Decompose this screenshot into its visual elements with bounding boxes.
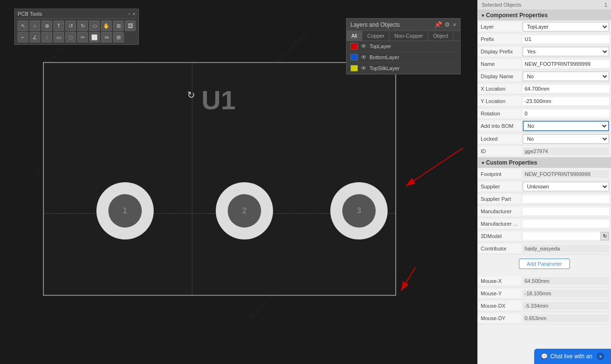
model3d-input[interactable]: [523, 232, 600, 240]
rotate-icon[interactable]: ↻: [187, 89, 195, 101]
tool-cut[interactable]: ✂: [77, 32, 88, 42]
manufacturer-value[interactable]: [521, 207, 611, 216]
prop-contributor: Contributor: [478, 242, 611, 255]
layer-value[interactable]: TopLayer BottomLayer TopSilkLayer: [521, 21, 611, 32]
chat-live-button[interactable]: 💬 Chat live with an ×: [534, 349, 611, 364]
supplier-part-input[interactable]: [523, 195, 609, 203]
pad-3-inner: 3: [342, 194, 376, 228]
display-name-select[interactable]: No Yes: [523, 72, 609, 81]
prop-id: ID: [478, 145, 611, 157]
manufacturer2-value[interactable]: [521, 219, 611, 229]
supplier-part-value[interactable]: [521, 194, 611, 204]
prop-add-bom: Add into BOM No Yes: [478, 120, 611, 133]
locked-select[interactable]: No Yes: [523, 134, 609, 144]
layer-label: Layer: [478, 22, 521, 31]
supplier-select[interactable]: Unknown LCSC Mouser Digikey: [523, 182, 609, 191]
display-prefix-select[interactable]: Yes No: [523, 47, 609, 56]
display-prefix-value[interactable]: Yes No: [521, 46, 611, 57]
tool-select[interactable]: ↖: [18, 21, 28, 31]
selected-objects-label: Selected Objects: [482, 2, 521, 8]
topsilk-eye-icon[interactable]: 👁: [361, 65, 367, 72]
layers-settings-icon[interactable]: ⚙: [444, 21, 450, 28]
tool-transform[interactable]: ⬜: [89, 32, 100, 42]
chat-label: Chat live with an: [550, 353, 592, 360]
tool-pin[interactable]: ⊕: [42, 21, 52, 31]
prop-y-location: Y Location: [478, 95, 611, 107]
tool-dot[interactable]: ·:: [42, 32, 52, 42]
tool-redo[interactable]: ↻: [77, 21, 88, 31]
layer-toplayer[interactable]: 👁 TopLayer: [347, 41, 460, 52]
layer-select[interactable]: TopLayer BottomLayer TopSilkLayer: [523, 22, 609, 31]
layers-close-icon[interactable]: ×: [453, 21, 456, 28]
pad-2[interactable]: 2: [216, 182, 273, 239]
component-properties-section: Component Properties Layer TopLayer Bott…: [478, 10, 611, 157]
footprint-input[interactable]: [523, 170, 609, 178]
rotation-value[interactable]: [521, 109, 611, 118]
tool-hand[interactable]: ✋: [101, 21, 112, 31]
pad-2-inner: 2: [228, 194, 261, 228]
pad-3-number: 3: [357, 207, 361, 215]
tool-angle[interactable]: ∠: [30, 32, 40, 42]
tab-non-copper[interactable]: Non-Copper: [390, 31, 428, 41]
prop-supplier-part: Supplier Part: [478, 193, 611, 205]
footprint-label: Footprint: [478, 170, 521, 178]
tool-image[interactable]: 🖼: [125, 21, 136, 31]
chat-close-icon[interactable]: ×: [597, 353, 604, 360]
locked-value[interactable]: No Yes: [521, 133, 611, 145]
tool-crop[interactable]: ⊞: [113, 21, 124, 31]
tool-rect-sel[interactable]: ▭: [53, 32, 64, 42]
tab-copper[interactable]: Copper: [362, 31, 390, 41]
layer-bottomlayer[interactable]: 👁 BottomLayer: [347, 52, 460, 63]
name-input[interactable]: [523, 60, 609, 68]
pcb-component[interactable]: ↻ U1 1 2 3: [43, 62, 396, 296]
tool-corner[interactable]: ⌐: [18, 32, 28, 42]
bottomlayer-eye-icon[interactable]: 👁: [361, 54, 367, 61]
footprint-value[interactable]: [521, 169, 611, 179]
tool-ellipse[interactable]: ⬭: [89, 21, 100, 31]
layers-pin-icon[interactable]: 📌: [434, 21, 442, 28]
pad-1[interactable]: 1: [96, 182, 154, 239]
tool-text[interactable]: T: [53, 21, 64, 31]
prop-mouse-y: Mouse-Y: [478, 287, 611, 300]
component-properties-title: Component Properties: [478, 10, 611, 21]
mouse-position-section: Mouse-X Mouse-Y Mouse-DX M: [478, 273, 611, 326]
add-bom-select[interactable]: No Yes: [523, 121, 609, 131]
toplayer-eye-icon[interactable]: 👁: [361, 43, 367, 50]
tool-rect[interactable]: □: [65, 32, 76, 42]
canvas-area[interactable]: |56 |58 |60 |62 | |PCB Tools |70 |72 |74…: [0, 0, 477, 364]
name-value[interactable]: [521, 59, 611, 69]
add-parameter-button[interactable]: Add Parameter: [519, 259, 570, 269]
layers-panel: Layers and Objects 📌 ⚙ × All Copper Non-…: [346, 18, 461, 74]
bottomlayer-name: BottomLayer: [369, 54, 399, 60]
manufacturer-input[interactable]: [523, 208, 609, 215]
manufacturer2-input[interactable]: [523, 220, 609, 228]
x-location-value[interactable]: [521, 84, 611, 94]
y-location-value[interactable]: [521, 96, 611, 106]
pcb-tools-close[interactable]: ×: [133, 11, 136, 17]
tool-undo[interactable]: ↺: [65, 21, 76, 31]
prefix-input[interactable]: [523, 35, 609, 43]
layer-topsilk[interactable]: 👁 TopSilkLayer: [347, 63, 460, 74]
pcb-tools-minimize[interactable]: −: [127, 11, 130, 17]
model3d-refresh-icon[interactable]: ↻: [600, 232, 609, 240]
x-location-input[interactable]: [523, 85, 609, 93]
tab-all[interactable]: All: [347, 31, 362, 41]
y-location-input[interactable]: [523, 97, 609, 105]
tab-object[interactable]: Object: [428, 31, 453, 41]
model3d-value[interactable]: ↻: [521, 231, 611, 241]
rotation-input[interactable]: [523, 110, 609, 117]
pad-1-number: 1: [123, 207, 127, 215]
prop-mouse-dx: Mouse-DX: [478, 300, 611, 312]
tool-grid[interactable]: ⊞: [113, 32, 124, 42]
display-name-label: Display Name: [478, 72, 521, 81]
tool-circle[interactable]: ○: [30, 21, 40, 31]
tool-flip[interactable]: ⇔: [101, 32, 112, 42]
supplier-value[interactable]: Unknown LCSC Mouser Digikey: [521, 181, 611, 192]
pad-3[interactable]: 3: [330, 182, 388, 239]
prop-mouse-dy: Mouse-DY: [478, 312, 611, 324]
bottomlayer-color: [350, 54, 358, 61]
add-bom-value[interactable]: No Yes: [521, 120, 611, 132]
pcb-tools-title: PCB Tools − ×: [18, 11, 136, 19]
display-name-value[interactable]: No Yes: [521, 71, 611, 82]
prefix-value[interactable]: [521, 34, 611, 44]
